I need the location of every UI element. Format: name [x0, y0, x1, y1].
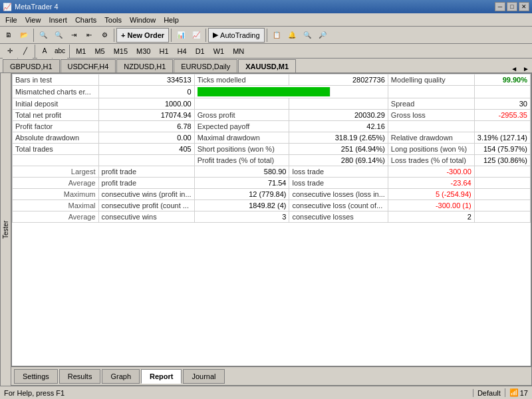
empty-cell-8 [474, 178, 530, 189]
avg-consec-losses-value: 2 [388, 211, 474, 223]
bottom-tab-report[interactable]: Report [141, 369, 182, 384]
initial-deposit-label: Initial deposit [13, 98, 99, 110]
search-button[interactable]: 🔍 [300, 28, 315, 43]
alerts-button[interactable]: 🔔 [285, 28, 299, 43]
mismatched-label: Mismatched charts er... [13, 86, 99, 98]
bottom-tab-results[interactable]: Results [59, 369, 101, 384]
average-prefix: Average [13, 178, 99, 189]
tf-w1[interactable]: W1 [209, 46, 229, 57]
empty-cell-5 [13, 155, 99, 166]
absolute-drawdown-value: 0.00 [98, 132, 194, 144]
average-loss-value: -23.64 [388, 178, 474, 189]
maximal-loss-value: -300.00 (1) [388, 200, 474, 211]
close-button[interactable]: ✕ [519, 2, 529, 11]
status-help: For Help, press F1 [0, 389, 473, 397]
zoom-in-button[interactable]: 🔍 [36, 28, 51, 43]
maximal-prefix: Maximal [13, 200, 99, 211]
title-bar-controls: ─ □ ✕ [495, 2, 529, 11]
timeframe-toolbar: ✛ ╱ A abc M1 M5 M15 M30 H1 H4 D1 W1 MN [0, 44, 532, 59]
minimize-button[interactable]: ─ [495, 2, 505, 11]
progress-bar-fill [198, 87, 331, 96]
menu-view[interactable]: View [21, 15, 45, 25]
tf-h1[interactable]: H1 [156, 46, 173, 57]
crosshair-button[interactable]: ✛ [3, 44, 17, 59]
menu-insert[interactable]: Insert [45, 15, 71, 25]
empty-cell-9 [474, 189, 530, 200]
app-title: MetaTrader 4 [15, 3, 59, 11]
tab-usdchf-h4[interactable]: USDCHF,H4 [61, 59, 116, 72]
relative-drawdown-value: 3.19% (127.14) [474, 132, 530, 144]
new-chart-button[interactable]: 🗎 [1, 28, 16, 43]
empty-cell-6 [98, 155, 194, 166]
table-row: Average profit trade 71.54 loss trade -2… [13, 178, 531, 189]
bottom-tab-graph[interactable]: Graph [102, 369, 140, 384]
menu-tools[interactable]: Tools [100, 15, 126, 25]
tf-m1[interactable]: M1 [72, 46, 90, 57]
bars-in-test-value: 334513 [98, 74, 194, 86]
status-indicator: 📶 17 [505, 388, 532, 397]
zoom-out-button[interactable]: 🔍 [51, 28, 66, 43]
average-loss-label: loss trade [289, 178, 388, 189]
total-net-profit-value: 17074.94 [98, 110, 194, 121]
scroll-right-button[interactable]: ⇥ [66, 28, 81, 43]
empty-cell [388, 86, 474, 98]
loss-trades-pct-value: 125 (30.86%) [474, 155, 530, 166]
max-consec-wins-label: consecutive wins (profit in... [98, 189, 194, 200]
total-trades-label: Total trades [13, 144, 99, 155]
modelling-quality-value: 99.90% [474, 74, 530, 86]
maximize-button[interactable]: □ [507, 2, 517, 11]
tab-next-button[interactable]: ► [520, 65, 532, 72]
tab-eurusd-daily[interactable]: EURUSD,Daily [174, 59, 237, 72]
empty-cell-3 [388, 121, 474, 132]
properties-button[interactable]: ⚙ [97, 28, 112, 43]
toolbar-separator-5 [267, 29, 267, 42]
maximal-drawdown-label: Maximal drawdown [194, 132, 289, 144]
tf-m30[interactable]: M30 [132, 46, 154, 57]
menu-window[interactable]: Window [126, 15, 160, 25]
gross-profit-value: 20030.29 [289, 110, 388, 121]
new-order-button[interactable]: + New Order [116, 28, 169, 43]
expected-payoff-value: 42.16 [289, 121, 388, 132]
tf-h4[interactable]: H4 [174, 46, 191, 57]
zoom-button[interactable]: 🔎 [315, 28, 330, 43]
menu-help[interactable]: Help [160, 15, 183, 25]
tf-m15[interactable]: M15 [110, 46, 132, 57]
table-row: Total net profit 17074.94 Gross profit 2… [13, 110, 531, 121]
long-positions-value: 154 (75.97%) [474, 144, 530, 155]
tf-d1[interactable]: D1 [192, 46, 209, 57]
max-consec-losses-value: 5 (-254.94) [388, 189, 474, 200]
maximal-loss-label: consecutive loss (count of... [289, 200, 388, 211]
table-row: Average consecutive wins 3 consecutive l… [13, 211, 531, 223]
bottom-tab-settings[interactable]: Settings [14, 369, 58, 384]
auto-trading-icon: ▶ [213, 31, 218, 39]
toolbar-separator-3 [171, 29, 172, 42]
bottom-tab-journal[interactable]: Journal [183, 369, 224, 384]
scroll-left-button[interactable]: ⇤ [82, 28, 96, 43]
tab-prev-button[interactable]: ◄ [508, 65, 520, 72]
empty-val [289, 98, 388, 110]
line-button[interactable]: ╱ [18, 44, 33, 59]
profit-trades-pct-label: Profit trades (% of total) [194, 155, 289, 166]
indicator-button[interactable]: 📈 [189, 28, 203, 43]
text-button[interactable]: A [37, 44, 52, 59]
avg-consec-losses-label: consecutive losses [289, 211, 388, 223]
abc-button[interactable]: abc [53, 44, 67, 59]
gross-loss-value: -2955.35 [474, 110, 530, 121]
tf-mn[interactable]: MN [229, 46, 248, 57]
history-button[interactable]: 📋 [269, 28, 284, 43]
tab-nzdusd-h1[interactable]: NZDUSD,H1 [116, 59, 173, 72]
table-row: Bars in test 334513 Ticks modelled 28027… [13, 74, 531, 86]
menu-charts[interactable]: Charts [71, 15, 100, 25]
tf-m5[interactable]: M5 [90, 46, 108, 57]
gross-loss-label: Gross loss [388, 110, 474, 121]
tab-gbpusd-h1[interactable]: GBPUSD,H1 [3, 59, 60, 72]
tab-xauusd-m1[interactable]: XAUUSD,M1 [238, 59, 296, 72]
open-button[interactable]: 📂 [17, 28, 31, 43]
initial-deposit-value: 1000.00 [98, 98, 194, 110]
signal-icon: 📶 [509, 388, 519, 397]
auto-trading-button[interactable]: ▶ AutoTrading [208, 28, 265, 43]
menu-file[interactable]: File [1, 15, 21, 25]
chart-type-button[interactable]: 📊 [174, 28, 188, 43]
profit-factor-value: 6.78 [98, 121, 194, 132]
table-row: Profit factor 6.78 Expected payoff 42.16 [13, 121, 531, 132]
